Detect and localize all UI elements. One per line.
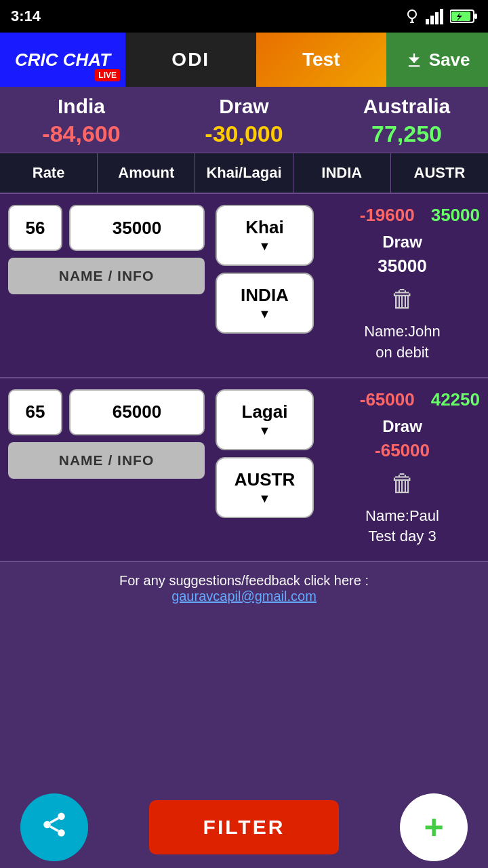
bet-dropdowns-1: Khai ▼ INDIA ▼ [216, 205, 314, 334]
svg-rect-6 [474, 14, 477, 19]
draw-column: Draw -30,000 [163, 95, 325, 147]
bet-left-1: 56 35000 NAME / INFO [8, 205, 205, 294]
india-name: India [0, 95, 163, 118]
india-header: INDIA [293, 153, 391, 193]
svg-line-11 [50, 818, 58, 823]
svg-point-8 [43, 821, 51, 828]
svg-rect-1 [430, 16, 434, 24]
dropdown-arrow-2a: ▼ [259, 424, 271, 438]
rate-input-2[interactable]: 65 [8, 389, 62, 435]
share-svg [40, 810, 68, 839]
bet-score-left-1: -19600 [360, 205, 415, 226]
australia-score: 77,250 [325, 121, 488, 147]
column-headers: Rate Amount Khai/Lagai INDIA AUSTR [0, 153, 488, 194]
score-header: India -84,600 Draw -30,000 Australia 77,… [0, 87, 488, 153]
trash-icon-2[interactable]: 🗑 [390, 469, 415, 498]
bet-dropdowns-2: Lagai ▼ AUSTR ▼ [216, 389, 314, 518]
save-icon [405, 50, 424, 69]
trash-container-2: 🗑 [325, 469, 480, 498]
svg-point-7 [58, 812, 65, 820]
bet-name-text-1: Name:John on debit [325, 321, 480, 363]
india-column: India -84,600 [0, 95, 163, 147]
dropdown-arrow-1b: ▼ [259, 307, 271, 321]
khailagai-header: Khai/Lagai [195, 153, 293, 193]
signal-icon [426, 8, 445, 24]
bet-scores-top-1: -19600 35000 [325, 205, 480, 226]
bet-score-left-2: -65000 [360, 389, 415, 410]
bet-right-2: -65000 42250 Draw -65000 🗑 Name:Paul Tes… [314, 389, 480, 548]
alarm-icon [404, 8, 420, 24]
dropdown-arrow-1a: ▼ [259, 239, 271, 254]
filter-button[interactable]: FILTER [149, 800, 339, 854]
name-info-button-2[interactable]: NAME / INFO [8, 442, 205, 479]
bet-score-right-2: 42250 [431, 389, 480, 410]
share-icon [40, 810, 68, 845]
save-button[interactable]: Save [386, 33, 488, 87]
cric-chat-logo[interactable]: CRIC CHAT LIVE [0, 33, 125, 87]
top-nav: CRIC CHAT LIVE ODI Test Save [0, 33, 488, 87]
bet-score-right-1: 35000 [431, 205, 480, 226]
bet-row-2: 65 65000 NAME / INFO Lagai ▼ AUSTR ▼ -65… [0, 378, 488, 563]
time-display: 3:14 [11, 7, 41, 25]
svg-line-10 [50, 826, 58, 831]
khai-lagai-dropdown-2[interactable]: Lagai ▼ [216, 389, 314, 450]
team-dropdown-1[interactable]: INDIA ▼ [216, 273, 314, 334]
svg-rect-2 [435, 12, 439, 24]
status-icons [404, 8, 477, 24]
odi-test-tabs: ODI Test [125, 33, 386, 87]
email-link[interactable]: gauravcapil@gmail.com [11, 589, 477, 604]
amount-input-2[interactable]: 65000 [69, 389, 205, 435]
rate-input-1[interactable]: 56 [8, 205, 62, 251]
bet-row-1: 56 35000 NAME / INFO Khai ▼ INDIA ▼ -196… [0, 194, 488, 378]
australia-name: Australia [325, 95, 488, 118]
draw-value-1: 35000 [325, 256, 480, 277]
share-button[interactable] [20, 793, 88, 861]
draw-label-2: Draw [325, 417, 480, 436]
australia-column: Australia 77,250 [325, 95, 488, 147]
bet-right-1: -19600 35000 Draw 35000 🗑 Name:John on d… [314, 205, 480, 363]
bet-scores-top-2: -65000 42250 [325, 389, 480, 410]
svg-rect-3 [440, 9, 443, 24]
bet-inputs-2: 65 65000 [8, 389, 205, 435]
rate-header: Rate [0, 153, 98, 193]
draw-score: -30,000 [163, 121, 325, 147]
bet-name-text-2: Name:Paul Test day 3 [325, 506, 480, 548]
status-bar: 3:14 [0, 0, 488, 33]
bet-left-2: 65 65000 NAME / INFO [8, 389, 205, 479]
draw-value-2: -65000 [325, 440, 480, 461]
team-dropdown-2[interactable]: AUSTR ▼ [216, 457, 314, 518]
test-tab[interactable]: Test [256, 33, 387, 87]
draw-label-1: Draw [325, 233, 480, 252]
trash-icon-1[interactable]: 🗑 [390, 285, 415, 313]
austr-header: AUSTR [391, 153, 488, 193]
amount-input-1[interactable]: 35000 [69, 205, 205, 251]
bet-inputs-1: 56 35000 [8, 205, 205, 251]
amount-header: Amount [98, 153, 195, 193]
name-info-button-1[interactable]: NAME / INFO [8, 258, 205, 294]
draw-name: Draw [163, 95, 325, 118]
trash-container-1: 🗑 [325, 285, 480, 313]
bottom-bar: FILTER + [0, 787, 488, 868]
khai-lagai-dropdown-1[interactable]: Khai ▼ [216, 205, 314, 266]
plus-icon: + [424, 810, 443, 844]
add-button[interactable]: + [400, 793, 468, 861]
svg-rect-0 [426, 19, 429, 24]
odi-tab[interactable]: ODI [125, 33, 256, 87]
india-score: -84,600 [0, 121, 163, 147]
suggestion-text: For any suggestions/feedback click here … [11, 573, 477, 589]
dropdown-arrow-2b: ▼ [259, 492, 271, 506]
live-badge: LIVE [95, 69, 120, 81]
footer: For any suggestions/feedback click here … [0, 562, 488, 699]
svg-point-9 [58, 829, 65, 837]
battery-icon [450, 9, 477, 24]
logo-text: CRIC CHAT [15, 51, 110, 68]
